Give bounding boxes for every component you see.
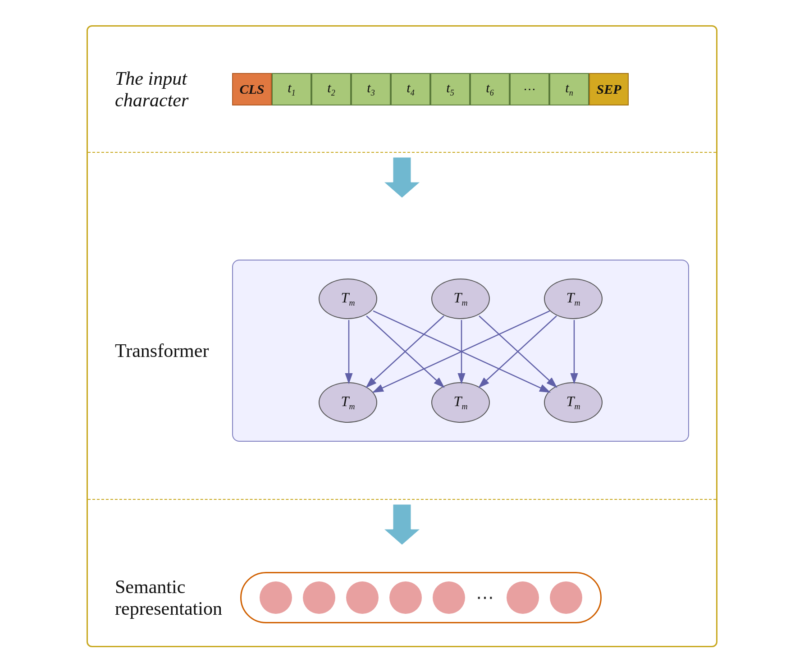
token-dots: ⋯	[510, 73, 549, 105]
bottom-node-row: Tm Tm Tm	[319, 382, 603, 423]
sem-circle-4	[389, 581, 422, 614]
semantic-label: Semanticrepresentation	[115, 576, 222, 619]
svg-line-9	[373, 311, 550, 392]
node-top-3: Tm	[544, 279, 603, 319]
sep-token: SEP	[589, 73, 629, 105]
diagram-container: The inputcharacter CLS t1 t2 t3 t4 t5 t6…	[87, 25, 717, 647]
svg-line-6	[366, 315, 444, 387]
svg-line-5	[373, 311, 550, 392]
token-t1: t1	[272, 73, 311, 105]
transformer-label: Transformer	[115, 340, 214, 361]
node-bottom-3: Tm	[544, 382, 603, 423]
svg-line-8	[479, 315, 557, 387]
sem-dots: ⋯	[476, 587, 496, 608]
sem-circle-3	[346, 581, 379, 614]
svg-marker-12	[384, 504, 420, 545]
input-label: The inputcharacter	[115, 68, 214, 111]
semantic-sequence: ⋯	[240, 572, 602, 623]
svg-line-10	[479, 315, 557, 387]
node-bottom-1: Tm	[319, 382, 377, 423]
sem-circle-5	[433, 581, 465, 614]
sem-circle-1	[260, 581, 292, 614]
token-t3: t3	[351, 73, 391, 105]
cls-token: CLS	[232, 73, 272, 105]
sem-circle-6	[507, 581, 539, 614]
arrow-down-2	[88, 500, 716, 549]
token-t4: t4	[391, 73, 430, 105]
semantic-section: Semanticrepresentation ⋯	[88, 549, 716, 646]
token-t6: t6	[470, 73, 510, 105]
svg-line-4	[366, 315, 444, 387]
sem-circle-2	[303, 581, 335, 614]
transformer-section: Transformer Tm Tm Tm Tm Tm	[88, 202, 716, 500]
node-bottom-2: Tm	[431, 382, 490, 423]
token-tn: tn	[549, 73, 589, 105]
node-top-2: Tm	[431, 279, 490, 319]
arrow-down-1	[88, 153, 716, 202]
transformer-box: Tm Tm Tm Tm Tm Tm	[232, 260, 689, 442]
input-section: The inputcharacter CLS t1 t2 t3 t4 t5 t6…	[88, 27, 716, 153]
node-top-1: Tm	[319, 279, 377, 319]
token-t5: t5	[430, 73, 470, 105]
token-sequence: CLS t1 t2 t3 t4 t5 t6 ⋯ tn SEP	[232, 73, 629, 105]
svg-marker-1	[384, 157, 420, 198]
token-t2: t2	[311, 73, 351, 105]
top-node-row: Tm Tm Tm	[319, 279, 603, 319]
sem-circle-7	[550, 581, 582, 614]
